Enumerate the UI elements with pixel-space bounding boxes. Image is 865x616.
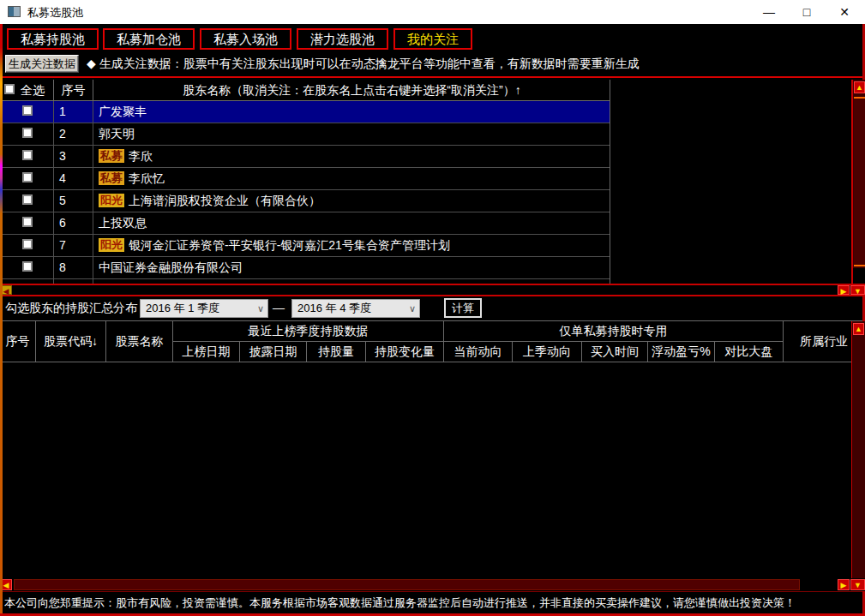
row-checkbox[interactable]: [22, 128, 33, 138]
scroll-down-icon[interactable]: ▼: [850, 285, 865, 295]
minimize-button[interactable]: —: [754, 0, 784, 24]
holdings-col-seq[interactable]: 序号: [0, 321, 36, 362]
name-column-header[interactable]: 股东名称（取消关注：在股东名上点击右键并选择“取消关注”）↑: [93, 80, 610, 101]
select-all-checkbox[interactable]: [4, 84, 15, 94]
maximize-button[interactable]: □: [792, 0, 821, 24]
tab-my-watchlist[interactable]: 我的关注: [393, 28, 472, 50]
shareholder-name-cell[interactable]: 广发聚丰: [93, 101, 610, 123]
holdings-group-private: 仅单私募持股时专用: [444, 321, 784, 342]
row-seq: 1: [54, 101, 93, 123]
scroll-down-icon[interactable]: ▼: [850, 579, 865, 590]
scroll-right-icon[interactable]: ▶: [838, 285, 850, 295]
window-title: 私募选股池: [27, 5, 83, 21]
row-checkbox[interactable]: [22, 261, 33, 272]
shareholder-table-header: 全选 序号 股东名称（取消关注：在股东名上点击右键并选择“取消关注”）↑: [0, 80, 610, 101]
holdings-col-volume-change[interactable]: 持股变化量: [366, 342, 444, 362]
chevron-down-icon: ∨: [409, 300, 416, 317]
shareholder-hscrollbar[interactable]: ◀ ▶ ▼: [0, 284, 865, 296]
row-check-cell: [0, 168, 54, 190]
shareholder-name: 上海谱润股权投资企业（有限合伙）: [129, 194, 321, 207]
generate-watch-data-button[interactable]: 生成关注数据: [5, 55, 79, 73]
tab-private-entry-pool[interactable]: 私募入场池: [200, 28, 291, 50]
shareholder-table: 全选 序号 股东名称（取消关注：在股东名上点击右键并选择“取消关注”）↑ 1广发…: [0, 80, 610, 284]
shareholder-row[interactable]: 8中国证券金融股份有限公司: [0, 257, 610, 279]
shareholder-name-cell[interactable]: 阳光银河金汇证券资管-平安银行-银河嘉汇21号集合资产管理计划: [93, 235, 610, 257]
holdings-col-lastq-move[interactable]: 上季动向: [513, 342, 582, 362]
shareholder-name: 广发聚丰: [99, 105, 147, 118]
close-button[interactable]: ✕: [830, 0, 859, 24]
holdings-col-list-date[interactable]: 上榜日期: [173, 342, 240, 362]
shareholder-name: 银河金汇证券资管-平安银行-银河嘉汇21号集合资产管理计划: [129, 238, 450, 252]
app-icon: [8, 6, 21, 17]
holdings-vscrollbar[interactable]: ▲: [851, 321, 865, 578]
shareholder-name-cell[interactable]: 中国证券金融股份有限公司: [93, 257, 610, 279]
holdings-col-volume[interactable]: 持股量: [307, 342, 366, 362]
row-checkbox[interactable]: [22, 239, 33, 249]
shareholder-row[interactable]: 7阳光银河金汇证券资管-平安银行-银河嘉汇21号集合资产管理计划: [0, 235, 610, 257]
shareholder-name-cell[interactable]: 私募李欣: [93, 146, 610, 168]
range-dash: —: [273, 301, 285, 314]
shareholder-name-cell[interactable]: 上投双息: [93, 212, 610, 235]
shareholder-row[interactable]: 1广发聚丰: [0, 101, 610, 123]
from-quarter-value: 2016 年 1 季度: [146, 302, 219, 314]
row-seq: 2: [54, 123, 93, 146]
row-seq: 7: [54, 235, 93, 257]
row-check-cell: [0, 146, 54, 168]
calculate-button[interactable]: 计算: [444, 298, 482, 318]
row-checkbox[interactable]: [22, 105, 33, 116]
scroll-right-icon[interactable]: ▶: [838, 579, 850, 590]
shareholder-name: 上投双息: [99, 216, 147, 230]
app-window: 私募选股池 — □ ✕ 私募持股池 私募加仓池 私募入场池 潜力选股池 我的关注…: [0, 0, 865, 616]
row-seq: 4: [54, 168, 93, 190]
holdings-col-code[interactable]: 股票代码↓: [36, 321, 106, 362]
shareholder-name-cell[interactable]: 私募李欣忆: [93, 168, 610, 190]
summary-controls: 勾选股东的持股汇总分布 2016 年 1 季度 ∨ — 2016 年 4 季度 …: [0, 297, 865, 320]
window-frame-left: [0, 24, 3, 616]
shareholder-name: 郭天明: [99, 127, 135, 141]
shareholder-row[interactable]: 6上投双息: [0, 212, 610, 235]
shareholder-badge: 私募: [99, 171, 124, 185]
shareholder-badge: 阳光: [99, 194, 124, 207]
status-separator: [0, 591, 865, 592]
shareholder-row[interactable]: 2郭天明: [0, 123, 610, 146]
row-check-cell: [0, 235, 54, 257]
holdings-col-vs-market[interactable]: 对比大盘: [715, 342, 784, 362]
to-quarter-value: 2016 年 4 季度: [297, 302, 371, 314]
hscroll-thumb[interactable]: [14, 579, 800, 590]
holdings-hscrollbar[interactable]: ◀ ▶ ▼: [0, 578, 865, 591]
scroll-up-icon[interactable]: ▲: [854, 81, 865, 93]
select-all-label: 全选: [21, 80, 45, 100]
tab-private-add-pool[interactable]: 私募加仓池: [103, 28, 195, 50]
holdings-col-name[interactable]: 股票名称: [106, 321, 173, 362]
holdings-col-floating-pl[interactable]: 浮动盈亏%: [648, 342, 715, 362]
holdings-col-disclose-date[interactable]: 披露日期: [240, 342, 307, 362]
shareholder-row[interactable]: 3私募李欣: [0, 146, 610, 168]
vscroll-thumb[interactable]: [854, 97, 865, 266]
shareholder-name-cell[interactable]: 郭天明: [93, 123, 610, 146]
row-checkbox[interactable]: [22, 150, 33, 160]
tab-private-holding-pool[interactable]: 私募持股池: [7, 28, 99, 50]
row-check-cell: [0, 212, 54, 235]
shareholder-name: 李欣忆: [129, 171, 165, 185]
row-checkbox[interactable]: [22, 194, 33, 205]
holdings-col-buy-time[interactable]: 买入时间: [582, 342, 648, 362]
shareholder-name: 李欣: [129, 149, 153, 163]
tab-potential-pool[interactable]: 潜力选股池: [297, 28, 388, 50]
shareholder-vscrollbar[interactable]: ▲: [851, 80, 865, 284]
scroll-up-icon[interactable]: ▲: [853, 323, 864, 335]
row-checkbox[interactable]: [22, 217, 33, 227]
row-seq: 8: [54, 257, 93, 279]
holdings-group-recent: 最近上榜季度持股数据: [173, 321, 444, 342]
vscroll-track-end: [853, 268, 865, 284]
holdings-table-header: 序号 股票代码↓ 股票名称 最近上榜季度持股数据 上榜日期 披露日期 持股量 持…: [0, 321, 865, 362]
shareholder-row[interactable]: 5阳光上海谱润股权投资企业（有限合伙）: [0, 190, 610, 212]
summary-label: 勾选股东的持股汇总分布: [5, 301, 137, 316]
row-check-cell: [0, 190, 54, 212]
shareholder-row[interactable]: 4私募李欣忆: [0, 168, 610, 190]
shareholder-name-cell[interactable]: 阳光上海谱润股权投资企业（有限合伙）: [93, 190, 610, 212]
holdings-col-current-move[interactable]: 当前动向: [444, 342, 513, 362]
to-quarter-select[interactable]: 2016 年 4 季度 ∨: [291, 299, 420, 318]
row-checkbox[interactable]: [22, 172, 33, 182]
from-quarter-select[interactable]: 2016 年 1 季度 ∨: [140, 299, 268, 318]
seq-column-header[interactable]: 序号: [54, 80, 93, 101]
